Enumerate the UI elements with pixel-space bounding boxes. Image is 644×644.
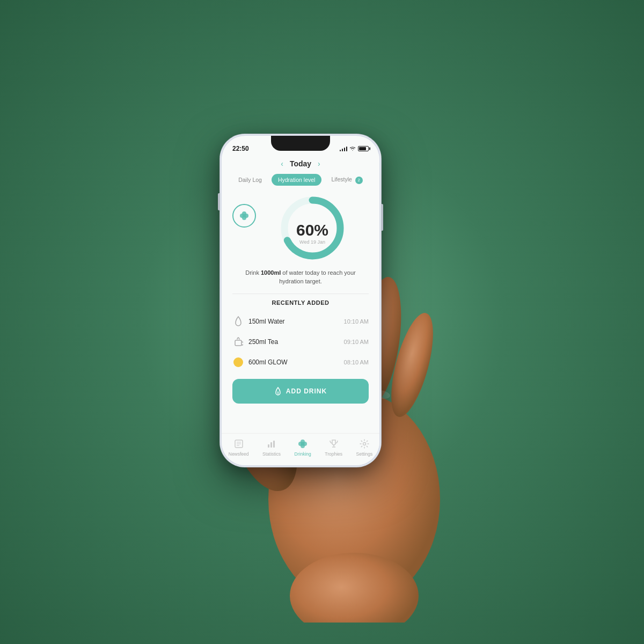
water-icon: [232, 316, 244, 327]
notch: [271, 136, 330, 151]
status-time: 22:50: [232, 145, 249, 152]
scene: 22:50: [134, 54, 510, 590]
drink-list: 150ml Water 10:10 AM: [232, 311, 369, 372]
signal-icon: [340, 146, 348, 151]
lifestyle-badge: 2: [355, 177, 363, 184]
droplet-icon: [274, 386, 282, 396]
trophies-icon: [328, 438, 340, 450]
leaf-icon-container: [232, 204, 256, 228]
drinking-icon: [297, 438, 309, 450]
hydration-message: Drink 1000ml of water today to reach you…: [232, 268, 369, 286]
app-content: ‹ Today › Daily Log Hydration level: [222, 156, 379, 465]
svg-point-14: [243, 214, 246, 217]
newsfeed-icon: [233, 438, 245, 450]
nav-title: Today: [290, 159, 311, 168]
tabs-bar: Daily Log Hydration level Lifestyle 2: [222, 171, 379, 189]
nav-item-trophies[interactable]: Trophies: [325, 438, 342, 457]
tea-time: 09:10 AM: [344, 339, 369, 345]
settings-label: Settings: [356, 451, 373, 457]
nav-next-arrow[interactable]: ›: [318, 159, 320, 168]
ring-container: 60% Wed 19 Jan: [256, 193, 369, 263]
newsfeed-label: Newsfeed: [229, 451, 249, 457]
tab-lifestyle[interactable]: Lifestyle 2: [325, 173, 369, 187]
nav-item-settings[interactable]: Settings: [356, 438, 373, 457]
glow-name: 600ml GLOW: [248, 358, 288, 366]
nav-item-drinking[interactable]: Drinking: [295, 438, 311, 457]
drink-item-water: 150ml Water 10:10 AM: [232, 311, 369, 332]
status-icons: [340, 146, 369, 151]
wifi-icon: [349, 146, 356, 151]
svg-rect-25: [273, 441, 275, 448]
statistics-label: Statistics: [262, 451, 281, 457]
leaf-icon: [239, 210, 250, 221]
glow-time: 08:10 AM: [344, 359, 369, 365]
hydration-percent: 60%: [296, 222, 328, 238]
add-drink-button[interactable]: ADD DRINK: [232, 379, 369, 404]
battery-icon: [358, 146, 369, 151]
tea-icon: [232, 336, 244, 348]
water-name: 150ml Water: [248, 318, 285, 325]
scroll-area: 60% Wed 19 Jan Drink 1000ml of water tod…: [222, 189, 379, 434]
nav-prev-arrow[interactable]: ‹: [281, 159, 283, 168]
drink-left-water: 150ml Water: [232, 316, 285, 327]
phone: 22:50: [220, 134, 381, 467]
hydration-section: 60% Wed 19 Jan: [232, 193, 369, 263]
tab-daily-log[interactable]: Daily Log: [232, 174, 268, 186]
divider: [232, 294, 369, 294]
statistics-icon: [266, 438, 277, 450]
svg-rect-24: [270, 442, 272, 448]
bottom-nav: Newsfeed Statistics: [222, 433, 379, 465]
glow-icon: [232, 356, 244, 368]
drink-left-glow: 600ml GLOW: [232, 356, 288, 368]
nav-header: ‹ Today ›: [222, 156, 379, 171]
drink-left-tea: 250ml Tea: [232, 336, 278, 348]
recently-added-title: RECENTLY ADDED: [272, 299, 330, 306]
hydration-date: Wed 19 Jan: [296, 239, 328, 245]
nav-item-newsfeed[interactable]: Newsfeed: [229, 438, 249, 457]
svg-rect-17: [235, 340, 241, 346]
svg-rect-23: [268, 444, 269, 448]
settings-icon: [358, 438, 370, 450]
drink-item-glow: 600ml GLOW 08:10 AM: [232, 352, 369, 372]
water-time: 10:10 AM: [344, 318, 369, 325]
drink-item-tea: 250ml Tea 09:10 AM: [232, 332, 369, 352]
trophies-label: Trophies: [325, 451, 342, 457]
svg-point-33: [363, 443, 365, 445]
drinking-label: Drinking: [295, 451, 311, 457]
ring-center: 60% Wed 19 Jan: [296, 222, 328, 245]
nav-item-statistics[interactable]: Statistics: [262, 438, 281, 457]
svg-point-30: [301, 442, 305, 446]
tea-name: 250ml Tea: [248, 338, 278, 346]
tab-hydration-level[interactable]: Hydration level: [272, 174, 321, 186]
